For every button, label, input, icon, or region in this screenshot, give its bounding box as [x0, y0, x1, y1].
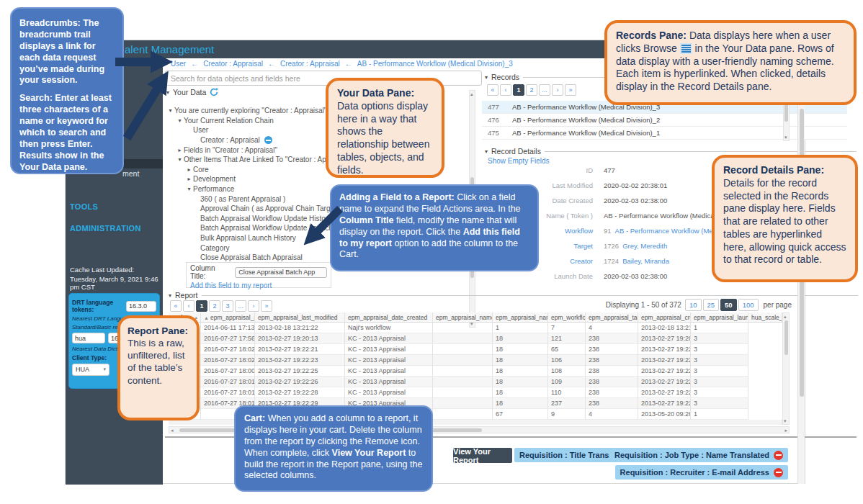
scroll-down-icon[interactable]: ▾ — [784, 135, 787, 140]
report-vertical-scrollbar[interactable]: ▴ ▾ — [782, 312, 790, 425]
column-header[interactable]: epm_appraisal_name — [433, 312, 493, 323]
scroll-up-icon[interactable]: ▴ — [470, 91, 473, 96]
collapse-icon[interactable]: ▾ — [485, 74, 488, 81]
page-button[interactable]: ... — [235, 300, 246, 312]
column-header[interactable]: epm_appraisal_launch_date — [691, 312, 748, 323]
callout-adding-field: Adding a Field to a Report: Click on a f… — [330, 184, 539, 271]
record-row[interactable]: 476AB - Performance Workflow (Medical Di… — [482, 114, 847, 127]
report-pagination: «‹123...›» — [170, 300, 274, 312]
tree-toggle-icon[interactable]: ▸ — [185, 176, 193, 182]
record-details-title: Record Details — [491, 147, 541, 156]
table-cell: 2013-02-27 19:22:26 — [638, 377, 691, 387]
refresh-icon[interactable] — [210, 88, 218, 96]
collapse-icon[interactable]: ▾ — [485, 148, 488, 155]
page-size-button[interactable]: 100 — [738, 299, 759, 311]
breadcrumb-link[interactable]: Creator : Appraisal — [203, 60, 263, 68]
tree-toggle-icon[interactable]: ▾ — [176, 117, 184, 124]
callout-your-data-pane: Your Data Pane: Data options display her… — [326, 78, 444, 178]
scroll-left-icon[interactable]: ◂ — [171, 428, 174, 433]
tree-item-label: Bulk Appraisal Launch History — [200, 234, 296, 242]
sidebar-menu-item-partial[interactable]: ment — [122, 169, 139, 178]
tree-toggle-icon[interactable]: ▾ — [176, 156, 184, 163]
table-row[interactable]: 1062014-06-11 17:13:162013-02-18 13:21:2… — [169, 323, 782, 333]
page-nav-button[interactable]: » — [261, 300, 272, 312]
page-size-button[interactable]: 25 — [703, 299, 720, 311]
drt-tokens-input[interactable] — [126, 301, 156, 312]
page-size-button[interactable]: 50 — [720, 299, 737, 311]
remove-relation-icon[interactable] — [264, 136, 272, 144]
table-row[interactable]: 1092016-07-27 18:02:022013-02-27 19:22:2… — [169, 355, 782, 366]
breadcrumb-link[interactable]: AB - Performance Workflow (Medical Divis… — [357, 60, 513, 68]
related-record-link[interactable]: Grey, Meredith — [622, 242, 667, 250]
page-button[interactable]: ... — [539, 84, 550, 96]
remove-icon[interactable] — [774, 451, 783, 460]
table-row[interactable]: 1072016-07-27 17:56:172013-02-27 19:20:1… — [169, 333, 782, 344]
column-header[interactable]: epm_appraisal_date_created — [345, 312, 433, 323]
records-scrollbar[interactable]: ▾ — [783, 101, 790, 141]
scrollbar-thumb[interactable] — [784, 320, 788, 355]
page-nav-button[interactable]: « — [170, 300, 182, 312]
cart-item[interactable]: Requisition : Job Type : Name Translated — [609, 448, 788, 462]
related-record-id: 1724 — [604, 257, 619, 265]
column-header[interactable]: epm_appraisal_name_text — [493, 312, 548, 323]
table-row[interactable]: 1102016-07-27 18:00:412013-02-27 19:22:2… — [169, 366, 782, 377]
page-nav-button[interactable]: › — [248, 300, 259, 312]
your-data-pane-header[interactable]: ▾ Your Data — [166, 88, 296, 96]
page-button[interactable]: 1 — [196, 300, 207, 312]
page-button[interactable]: 1 — [513, 84, 524, 96]
page-nav-button[interactable]: « — [487, 84, 498, 96]
scrollbar-thumb[interactable] — [784, 103, 788, 122]
record-row[interactable]: 475AB - Performance Workflow (Medical Di… — [482, 127, 847, 140]
view-your-report-button[interactable]: View Your Report — [453, 448, 512, 463]
table-row[interactable]: 1082016-07-27 18:02:242013-02-27 19:22:2… — [169, 344, 782, 355]
column-header[interactable]: epm_appraisal_target_id — [586, 312, 638, 323]
scroll-up-icon[interactable]: ▴ — [784, 314, 787, 319]
table-cell — [433, 366, 493, 377]
page-button[interactable]: 2 — [209, 300, 220, 312]
scroll-down-icon[interactable]: ▾ — [784, 418, 787, 423]
table-cell: 18 — [493, 366, 548, 377]
page-nav-button[interactable]: » — [565, 84, 576, 96]
cart-item[interactable]: Requisition : Recruiter : E-mail Address — [615, 465, 788, 480]
hua-input[interactable] — [72, 333, 105, 343]
sidebar-item-administration[interactable]: ADMINISTRATION — [70, 224, 141, 233]
page-nav-button[interactable]: ‹ — [500, 84, 511, 96]
arrow-left-separator: ← — [345, 60, 352, 68]
page-button[interactable]: 2 — [526, 84, 537, 96]
column-title-input[interactable] — [235, 267, 327, 278]
column-header[interactable]: epm_appraisal_last_modified — [255, 312, 345, 323]
record-link[interactable]: AB - Performance Workflow (Medical Divis… — [512, 129, 660, 137]
breadcrumb-link[interactable]: Creator : Appraisal — [280, 60, 340, 68]
column-header[interactable]: hua_scale_ — [748, 312, 782, 323]
tree-toggle-icon[interactable]: ▾ — [166, 107, 174, 114]
show-empty-fields-link[interactable]: Show Empty Fields — [488, 157, 550, 165]
page-nav-button[interactable]: ‹ — [183, 300, 194, 312]
scroll-right-icon[interactable]: ▸ — [784, 428, 787, 433]
collapse-icon[interactable]: ▾ — [169, 292, 171, 299]
callout-text: Cart: When you add a column to a report,… — [244, 413, 423, 482]
column-header[interactable]: epm_appraisal_creator_id — [638, 312, 691, 323]
page-button[interactable]: 3 — [222, 300, 233, 312]
client-type-select[interactable]: HUA ▾ — [72, 364, 109, 376]
tree-toggle-icon[interactable]: ▸ — [185, 166, 193, 173]
table-cell: 18 — [493, 355, 548, 366]
remove-icon[interactable] — [774, 468, 783, 477]
tree-item-label: Batch Appraisal Workflow Update Launched — [200, 224, 341, 232]
collapse-icon[interactable]: ▾ — [166, 89, 169, 96]
tree-item-label: Creator : Appraisal — [200, 136, 260, 144]
related-record-link[interactable]: Bailey, Miranda — [622, 257, 669, 265]
column-header[interactable]: epm_workflow_id — [548, 312, 586, 323]
tree-toggle-icon[interactable]: ▸ — [176, 147, 184, 153]
breadcrumb-link[interactable]: User — [171, 60, 186, 68]
table-cell: KC - 2013 Appraisal — [345, 355, 433, 366]
sidebar-item-tools[interactable]: TOOLS — [70, 202, 98, 211]
record-link[interactable]: AB - Performance Workflow (Medical Divis… — [512, 116, 660, 124]
tree-toggle-icon[interactable]: ▾ — [185, 186, 193, 192]
table-row[interactable]: 1122016-07-27 18:01:402013-02-27 19:22:2… — [169, 387, 782, 398]
add-field-link[interactable]: Add this field to my report — [190, 282, 327, 289]
table-cell: 9 — [548, 409, 586, 420]
page-size-button[interactable]: 10 — [685, 299, 702, 311]
table-row[interactable]: 1112016-07-27 18:01:222013-02-27 19:22:2… — [169, 377, 782, 387]
column-header[interactable]: ▲epm_appraisal_id — [201, 312, 255, 323]
page-nav-button[interactable]: › — [552, 84, 563, 96]
